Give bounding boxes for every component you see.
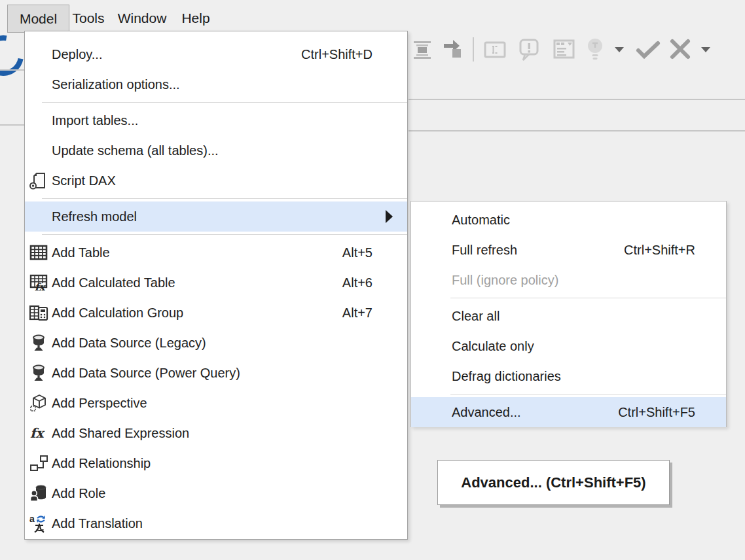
goto-reference-icon <box>441 38 465 61</box>
menu-item-label: Add Data Source (Legacy) <box>52 336 407 351</box>
menu-item-label: Full refresh <box>452 243 624 258</box>
menu-item-label: Add Relationship <box>52 456 407 471</box>
translation-icon: a <box>29 514 48 533</box>
script-dax-icon <box>29 171 48 190</box>
icon-slot <box>25 243 52 262</box>
menu-item-add-data-source-legacy[interactable]: Add Data Source (Legacy) <box>25 328 407 358</box>
refresh-model-submenu: Automatic Full refresh Ctrl+Shift+R Full… <box>410 201 727 427</box>
menu-item-label: Add Table <box>52 245 342 260</box>
menu-item-update-schema[interactable]: Update schema (all tables)... <box>25 135 407 166</box>
menu-item-label: Add Role <box>52 486 407 501</box>
menubar-item-label: Window <box>118 10 167 26</box>
comment-warning-icon <box>517 37 541 62</box>
icon-slot: fx <box>25 273 52 292</box>
menu-item-add-relationship[interactable]: Add Relationship <box>25 448 407 478</box>
submenu-item-calculate-only[interactable]: Calculate only <box>411 331 726 361</box>
calculated-table-icon: fx <box>29 273 48 292</box>
role-icon <box>29 483 48 503</box>
toolbar-separator <box>473 37 474 61</box>
menu-item-serialization-options[interactable]: Serialization options... <box>25 69 407 99</box>
menu-item-refresh-model[interactable]: Refresh model <box>25 201 407 232</box>
calculation-group-icon <box>29 303 48 323</box>
menubar-item-window[interactable]: Window <box>114 5 170 31</box>
svg-text:fx: fx <box>35 281 46 292</box>
menubar-item-label: Tools <box>72 10 104 26</box>
goto-reference-button[interactable] <box>441 38 465 61</box>
accept-button[interactable] <box>635 38 661 60</box>
menu-separator <box>42 102 407 103</box>
tooltip-text: Advanced... (Ctrl+Shift+F5) <box>461 474 645 491</box>
menu-separator <box>42 234 407 235</box>
menu-separator <box>450 394 726 394</box>
menubar-item-label: Help <box>181 10 209 26</box>
menu-item-label: Import tables... <box>52 113 407 128</box>
menu-item-label: Serialization options... <box>52 77 407 92</box>
menu-item-label: Add Data Source (Power Query) <box>52 366 407 381</box>
best-practices-dropdown[interactable] <box>614 46 625 53</box>
menu-item-label: Script DAX <box>52 173 407 188</box>
menu-item-label: Full (ignore policy) <box>452 273 726 288</box>
relationship-icon <box>29 453 48 473</box>
check-icon <box>635 38 661 60</box>
menu-item-import-tables[interactable]: Import tables... <box>25 105 407 135</box>
menu-item-add-role[interactable]: Add Role <box>25 478 407 508</box>
perspective-icon <box>29 393 48 413</box>
submenu-item-advanced[interactable]: Advanced... Ctrl+Shift+F5 <box>411 397 726 427</box>
submenu-item-full-refresh[interactable]: Full refresh Ctrl+Shift+R <box>411 235 726 265</box>
icon-slot <box>25 483 52 503</box>
menu-item-deploy[interactable]: Deploy... Ctrl+Shift+D <box>25 39 407 69</box>
menu-item-add-calculation-group[interactable]: Add Calculation Group Alt+7 <box>25 298 407 328</box>
properties-window-button[interactable] <box>552 37 577 62</box>
best-practices-button[interactable] <box>584 37 606 63</box>
menu-item-label: Advanced... <box>452 405 618 420</box>
toolbar-bottom-divider <box>409 99 745 100</box>
model-menu: Deploy... Ctrl+Shift+D Serialization opt… <box>24 31 408 540</box>
submenu-item-defrag-dictionaries[interactable]: Defrag dictionaries <box>411 361 726 391</box>
left-panel-divider <box>0 124 24 126</box>
menu-item-add-calculated-table[interactable]: fx Add Calculated Table Alt+6 <box>25 268 407 298</box>
fx-icon: fx <box>29 423 48 443</box>
menu-item-shortcut: Alt+5 <box>342 245 372 260</box>
comment-warning-button[interactable] <box>517 37 541 62</box>
icon-slot <box>25 453 52 473</box>
icon-slot <box>25 333 52 353</box>
selection-box-button[interactable] <box>483 39 507 61</box>
format-columns-button[interactable] <box>411 38 433 60</box>
properties-window-icon <box>552 37 577 62</box>
menubar-item-help[interactable]: Help <box>175 5 216 31</box>
menu-separator <box>450 298 726 298</box>
submenu-item-automatic[interactable]: Automatic <box>411 205 726 235</box>
tooltip-advanced: Advanced... (Ctrl+Shift+F5) <box>437 460 670 505</box>
submenu-item-full-ignore-policy: Full (ignore policy) <box>411 265 726 295</box>
chevron-down-icon <box>614 46 625 53</box>
tabrow-divider <box>409 130 745 131</box>
menu-item-shortcut: Alt+6 <box>342 275 372 290</box>
cancel-dropdown[interactable] <box>700 46 711 53</box>
menu-item-label: Automatic <box>452 213 726 228</box>
submenu-item-clear-all[interactable]: Clear all <box>411 301 726 331</box>
menu-item-label: Add Calculation Group <box>52 306 342 321</box>
menu-item-label: Refresh model <box>52 209 407 224</box>
cancel-button[interactable] <box>668 38 693 60</box>
data-source-icon <box>29 363 48 383</box>
menubar-item-label: Model <box>20 11 57 27</box>
icon-slot <box>25 303 52 323</box>
menu-item-script-dax[interactable]: Script DAX <box>25 166 407 196</box>
menubar-item-model[interactable]: Model <box>7 5 69 33</box>
left-panel-divider <box>0 69 24 71</box>
lightbulb-icon <box>584 37 606 63</box>
icon-slot <box>25 171 52 190</box>
svg-text:fx: fx <box>30 425 46 441</box>
menu-item-add-translation[interactable]: a Add Translation <box>25 508 407 538</box>
menu-item-add-data-source-power-query[interactable]: Add Data Source (Power Query) <box>25 358 407 388</box>
menu-item-add-shared-expression[interactable]: fx Add Shared Expression <box>25 418 407 448</box>
menu-item-label: Add Shared Expression <box>52 426 407 441</box>
table-icon <box>29 243 48 262</box>
svg-text:a: a <box>29 514 35 524</box>
menubar-item-tools[interactable]: Tools <box>68 5 109 31</box>
menu-item-add-perspective[interactable]: Add Perspective <box>25 388 407 418</box>
menu-item-add-table[interactable]: Add Table Alt+5 <box>25 237 407 268</box>
selection-box-icon <box>483 39 507 61</box>
chevron-down-icon <box>700 46 711 53</box>
icon-slot <box>25 363 52 383</box>
